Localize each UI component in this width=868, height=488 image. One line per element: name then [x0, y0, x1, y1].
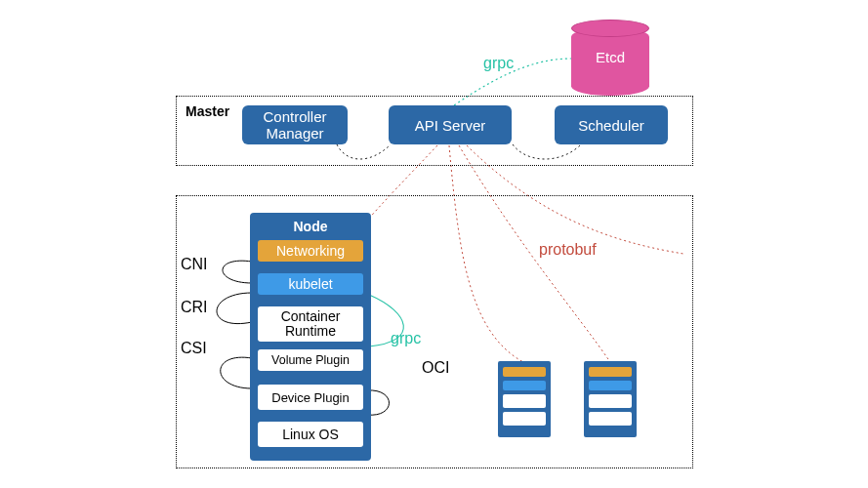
cri-label: CRI: [181, 299, 208, 316]
node-container-runtime: Container Runtime: [258, 306, 363, 342]
api-server-box: API Server: [389, 105, 512, 144]
node-device-plugin: Device Plugin: [258, 385, 363, 410]
grpc-top-label: grpc: [483, 55, 514, 72]
node-networking: Networking: [258, 240, 363, 262]
node-kubelet: kubelet: [258, 273, 363, 295]
csi-label: CSI: [181, 340, 207, 357]
oci-label: OCI: [422, 359, 449, 377]
node-box: Node Networking kubelet Container Runtim…: [250, 213, 371, 461]
node-linux-os: Linux OS: [258, 422, 363, 447]
node-title: Node: [250, 219, 371, 234]
etcd-label: Etcd: [571, 49, 649, 65]
master-title: Master: [186, 103, 229, 119]
grpc-side-label: grpc: [391, 330, 421, 347]
cni-label: CNI: [181, 256, 208, 273]
controller-manager-box: Controller Manager: [242, 105, 348, 144]
mini-node-2: [584, 361, 637, 437]
mini-node-1: [498, 361, 551, 437]
protobuf-label: protobuf: [539, 241, 597, 259]
node-volume-plugin: Volume Plugin: [258, 349, 363, 371]
scheduler-box: Scheduler: [555, 105, 668, 144]
etcd-datastore: Etcd: [571, 20, 651, 98]
